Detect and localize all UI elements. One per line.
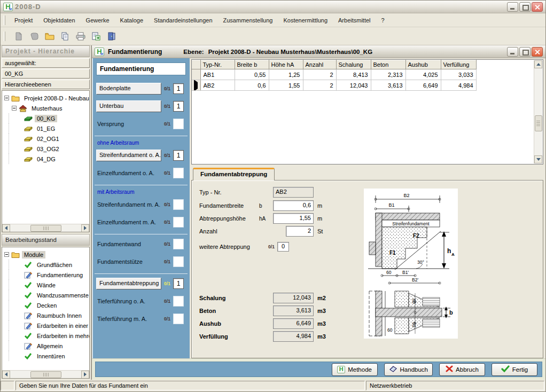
table-row-selected[interactable]: AB2 0,6 1,55 2 12,043 3,613 6,649 4,984 [192, 80, 476, 91]
module-status-item[interactable]: Grundflächen [9, 260, 89, 270]
scroll-left-icon[interactable] [2, 224, 10, 232]
col-beton[interactable]: Beton [371, 60, 405, 69]
module-status-item[interactable]: Erdarbeiten in mehre [9, 331, 89, 341]
scroll-up-icon[interactable] [534, 60, 542, 68]
collapse-icon[interactable] [12, 106, 17, 111]
row-selector-active[interactable] [192, 80, 200, 91]
inner-maximize-button[interactable] [519, 47, 531, 57]
module-status-item[interactable]: Fundamentierung [9, 270, 89, 280]
einzelfundament-oa-label[interactable]: Einzelfundament o. A. [96, 168, 161, 178]
col-schalung[interactable]: Schalung [336, 60, 371, 69]
menu-objektdaten[interactable]: Objektdaten [38, 15, 80, 25]
fundamentbreite-input[interactable]: 0,6 [273, 200, 314, 211]
table-row[interactable]: AB1 0,55 1,25 2 8,413 2,313 4,025 3,033 [192, 69, 476, 80]
count-input[interactable] [173, 119, 184, 129]
scroll-left-icon[interactable] [2, 371, 10, 379]
minimize-button[interactable] [507, 2, 518, 12]
collapse-icon[interactable] [4, 252, 9, 257]
tree-item-module-root[interactable]: Module [4, 249, 89, 260]
export-icon[interactable] [90, 30, 102, 42]
scroll-down-icon[interactable] [534, 155, 542, 163]
copy-icon[interactable] [59, 30, 71, 42]
count-input[interactable] [173, 239, 184, 249]
scroll-right-icon[interactable] [81, 371, 89, 379]
count-input[interactable]: 1 [173, 83, 184, 94]
fundamentabtreppung-button[interactable]: Fundamentabtreppung [96, 278, 161, 289]
print-icon[interactable] [75, 30, 87, 42]
row-selector[interactable] [192, 69, 200, 80]
col-breite-b[interactable]: Breite b [235, 60, 269, 69]
module-status-item[interactable]: Innentüren [9, 351, 89, 361]
count-input[interactable] [173, 313, 184, 324]
tree-item-floor[interactable]: 04_DG [9, 154, 89, 164]
count-input[interactable]: 1 [173, 150, 184, 161]
menu-gewerke[interactable]: Gewerke [81, 15, 115, 25]
count-input[interactable] [173, 168, 184, 178]
count-input[interactable] [173, 217, 184, 228]
menu-kostenermittlung[interactable]: Kostenermittlung [278, 15, 333, 25]
tree-item-building[interactable]: Musterhaus [4, 103, 89, 113]
einzelfundament-ma-label[interactable]: Einzelfundament m. A. [96, 217, 161, 227]
module-status-item[interactable]: Raumbuch Innen [9, 310, 89, 320]
fundamentstuetze-label[interactable]: Fundamentstütze [96, 257, 161, 266]
abtreppungshoehe-input[interactable]: 1,55 [273, 213, 314, 224]
count-input[interactable] [173, 256, 184, 267]
versprung-label[interactable]: Versprung [96, 119, 161, 129]
menu-kataloge[interactable]: Kataloge [115, 15, 149, 25]
abbruch-button[interactable]: Abbruch [439, 363, 485, 376]
open-folder-icon[interactable] [44, 30, 56, 42]
tieferfuehrung-ma-label[interactable]: Tieferführung m. A. [96, 314, 161, 324]
tieferfuehrung-oa-label[interactable]: Tieferführung o. A. [96, 296, 161, 306]
tree-item-floor[interactable]: 01_EG [9, 123, 89, 134]
progress-hscrollbar[interactable] [2, 370, 89, 378]
count-input[interactable]: 1 [173, 278, 184, 289]
methode-button[interactable]: H Methode [332, 363, 378, 376]
tree-item-floor[interactable]: 02_OG1 [9, 134, 89, 144]
new-document-icon[interactable] [13, 30, 25, 42]
fertig-button[interactable]: Fertig [492, 363, 537, 376]
module-status-item[interactable]: Wandzusammenste [9, 290, 89, 300]
scroll-thumb[interactable] [535, 115, 542, 131]
collapse-icon[interactable] [4, 96, 9, 100]
streifenfundament-ma-label[interactable]: Streifenfundament m. A. [96, 200, 161, 209]
col-typ-nr[interactable]: Typ-Nr. [200, 60, 235, 69]
tab-fundamentabtreppung[interactable]: Fundamentabtreppung [193, 168, 275, 181]
tree-item-floor[interactable]: 03_OG2 [9, 144, 89, 154]
module-status-item[interactable]: Erdarbeiten in einer [9, 320, 89, 331]
menu-arbeitsmittel[interactable]: Arbeitsmittel [333, 15, 376, 25]
menu-standardeinstellungen[interactable]: Standardeinstellungen [149, 15, 217, 25]
close-button[interactable] [532, 2, 543, 12]
col-anzahl[interactable]: Anzahl [303, 60, 336, 69]
col-hoehe-ha[interactable]: Höhe hA [269, 60, 303, 69]
menu-projekt[interactable]: Projekt [9, 15, 38, 25]
col-aushub[interactable]: Aushub [405, 60, 441, 69]
hierarchy-hscrollbar[interactable] [2, 224, 89, 232]
count-input[interactable] [173, 296, 184, 307]
anzahl-input[interactable]: 2 [286, 226, 314, 237]
exit-icon[interactable] [106, 30, 118, 42]
tree-item-floor[interactable]: 00_KG [9, 113, 89, 123]
module-status-item[interactable]: Wände [9, 280, 89, 290]
inner-minimize-button[interactable] [507, 47, 518, 57]
module-status-item[interactable]: Allgemein [9, 341, 89, 351]
inner-close-button[interactable] [532, 47, 543, 57]
scroll-thumb[interactable] [30, 225, 61, 232]
weitere-abtreppung-input[interactable]: 0 [277, 242, 289, 252]
open-project-icon[interactable] [28, 30, 40, 42]
handbuch-button[interactable]: Handbuch [384, 363, 433, 376]
fundamentwand-label[interactable]: Fundamentwand [96, 239, 161, 249]
tree-item-project[interactable]: Projekt 2008-D - Neubau [4, 93, 89, 103]
scroll-thumb[interactable] [30, 371, 61, 378]
restore-button[interactable] [519, 2, 531, 12]
bodenplatte-button[interactable]: Bodenplatte [96, 83, 161, 95]
unterbau-button[interactable]: Unterbau [96, 100, 161, 112]
count-input[interactable]: 1 [173, 101, 184, 112]
menu-help[interactable]: ? [376, 15, 390, 25]
scroll-right-icon[interactable] [81, 224, 89, 232]
streifenfundament-oa-button[interactable]: Streifenfundament o. A. [96, 150, 161, 161]
menu-zusammenstellung[interactable]: Zusammenstellung [218, 15, 278, 25]
count-input[interactable] [173, 199, 184, 210]
grid-vscrollbar[interactable] [534, 60, 542, 163]
module-status-item[interactable]: Decken [9, 300, 89, 310]
col-verfuellung[interactable]: Verfüllung [441, 60, 476, 69]
